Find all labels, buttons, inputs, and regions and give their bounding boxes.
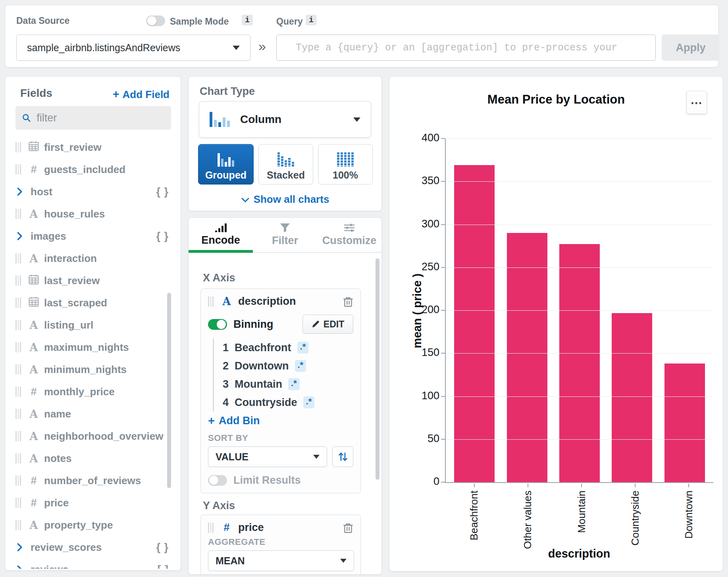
data-source-select[interactable]: sample_airbnb.listingsAndReviews <box>16 35 250 61</box>
field-item-maximum_nights[interactable]: Amaximum_nights <box>15 336 171 358</box>
drag-handle-icon[interactable] <box>15 431 23 441</box>
field-item-last_scraped[interactable]: last_scraped <box>15 292 171 314</box>
date-type-icon <box>26 274 42 288</box>
chart-menu-button[interactable]: ⋯ <box>686 91 707 114</box>
field-item-house_rules[interactable]: Ahouse_rules <box>15 203 171 225</box>
drag-handle-icon[interactable] <box>15 320 23 330</box>
number-type-icon: # <box>26 386 42 398</box>
trash-icon[interactable] <box>343 296 353 307</box>
field-item-listing_url[interactable]: Alisting_url <box>15 314 171 336</box>
drag-handle-icon[interactable] <box>15 387 23 397</box>
field-item-name[interactable]: Aname <box>15 403 171 425</box>
x-tick-mark <box>528 484 528 487</box>
regex-badge: .* <box>295 360 306 371</box>
field-item-number_of_reviews[interactable]: #number_of_reviews <box>15 469 171 492</box>
drag-handle-icon[interactable] <box>15 275 23 286</box>
aggregate-select[interactable]: MEAN <box>208 550 354 571</box>
sample-mode-toggle[interactable] <box>146 15 165 26</box>
fields-scrollbar[interactable] <box>167 293 171 488</box>
show-all-charts-link[interactable]: Show all charts <box>189 193 381 206</box>
chevron-right-icon[interactable] <box>16 187 25 196</box>
sort-direction-button[interactable] <box>332 446 353 467</box>
gridline <box>446 181 713 182</box>
drag-handle-icon[interactable] <box>15 209 23 219</box>
drag-handle-icon[interactable] <box>15 253 23 263</box>
x-axis-field-row[interactable]: A description <box>208 295 353 308</box>
field-item-interaction[interactable]: Ainteraction <box>15 247 171 269</box>
search-icon <box>22 113 31 123</box>
field-item-price[interactable]: #price <box>15 492 171 514</box>
field-item-property_type[interactable]: Aproperty_type <box>15 514 171 536</box>
array-badge: [ ] <box>158 564 169 569</box>
drag-handle-icon[interactable] <box>15 364 23 375</box>
drag-handle-icon[interactable] <box>15 453 23 464</box>
chevron-down-icon <box>241 197 250 203</box>
drag-handle-icon[interactable] <box>15 498 23 508</box>
chevron-right-icon[interactable] <box>16 565 25 569</box>
bin-item-downtown[interactable]: 2Downtown.* <box>223 357 353 375</box>
field-item-monthly_price[interactable]: #monthly_price <box>15 381 171 403</box>
query-toolbar: Data Source Sample Mode i Query i sample… <box>5 5 718 67</box>
mode-100-button[interactable]: 100% <box>318 144 373 185</box>
drag-handle-icon[interactable] <box>15 164 23 175</box>
chart-type-select[interactable]: Column <box>199 101 371 138</box>
field-item-notes[interactable]: Anotes <box>15 447 171 469</box>
field-item-review_scores[interactable]: review_scores{ } <box>15 536 171 558</box>
tab-encode[interactable]: Encode <box>189 218 253 252</box>
field-name: interaction <box>44 252 97 265</box>
chevron-down-icon <box>313 455 320 459</box>
drag-handle-icon[interactable] <box>208 523 215 533</box>
limit-results-toggle[interactable] <box>208 475 227 486</box>
add-field-button[interactable]: +Add Field <box>113 88 169 101</box>
bin-item-countryside[interactable]: 4Countryside.* <box>223 393 353 412</box>
drag-handle-icon[interactable] <box>15 142 23 152</box>
encode-scrollbar[interactable] <box>376 258 379 480</box>
field-item-minimum_nights[interactable]: Aminimum_nights <box>15 358 171 381</box>
bin-item-beachfront[interactable]: 1Beachfront.* <box>223 339 353 357</box>
field-item-neighborhood_overview[interactable]: Aneighborhood_overview <box>15 425 171 447</box>
field-item-guests_included[interactable]: #guests_included <box>15 158 171 181</box>
string-type-icon: A <box>26 252 42 265</box>
field-name: first_review <box>44 141 102 154</box>
drag-handle-icon[interactable] <box>15 475 23 486</box>
mode-stacked-button[interactable]: Stacked <box>258 144 313 185</box>
field-filter-box <box>15 106 171 130</box>
mode-grouped-button[interactable]: Grouped <box>198 144 254 185</box>
chevron-right-icon[interactable] <box>16 543 25 552</box>
tab-filter[interactable]: Filter <box>253 218 317 252</box>
chevron-down-icon <box>233 46 240 50</box>
x-tick-mark <box>635 484 636 487</box>
field-name: property_type <box>44 519 113 531</box>
add-bin-button[interactable]: +Add Bin <box>208 412 353 430</box>
field-item-last_review[interactable]: last_review <box>15 269 171 292</box>
field-filter-input[interactable] <box>37 112 165 124</box>
sample-mode-info-icon[interactable]: i <box>242 15 253 25</box>
sort-by-select[interactable]: VALUE <box>208 446 327 467</box>
drag-handle-icon[interactable] <box>15 298 23 308</box>
y-axis-field-row[interactable]: # price <box>208 521 353 534</box>
query-input[interactable] <box>276 35 656 61</box>
field-item-images[interactable]: images{ } <box>15 225 171 247</box>
bin-item-mountain[interactable]: 3Mountain.* <box>223 375 353 393</box>
bar-mountain <box>559 244 600 482</box>
tab-customize[interactable]: Customize <box>317 218 381 252</box>
drag-handle-icon[interactable] <box>15 409 23 419</box>
chevron-right-icon[interactable] <box>16 232 25 240</box>
chart-panel: Mean Price by Location ⋯ mean ( price ) … <box>389 76 723 571</box>
chart-title: Mean Price by Location <box>389 92 723 107</box>
binning-toggle[interactable] <box>208 319 227 330</box>
field-item-reviews[interactable]: reviews[ ] <box>15 558 171 569</box>
field-item-host[interactable]: host{ } <box>15 181 171 203</box>
drag-handle-icon[interactable] <box>15 342 23 352</box>
field-item-first_review[interactable]: first_review <box>15 136 171 158</box>
trash-icon[interactable] <box>343 522 353 533</box>
query-label: Query <box>276 16 302 27</box>
limit-results-label: Limit Results <box>233 474 301 487</box>
apply-button[interactable]: Apply <box>662 35 720 61</box>
query-info-icon[interactable]: i <box>306 15 317 25</box>
double-chevron-icon: » <box>258 38 266 54</box>
edit-bins-button[interactable]: EDIT <box>302 315 353 334</box>
y-tick-mark <box>441 138 445 139</box>
drag-handle-icon[interactable] <box>208 296 215 307</box>
drag-handle-icon[interactable] <box>15 520 23 530</box>
